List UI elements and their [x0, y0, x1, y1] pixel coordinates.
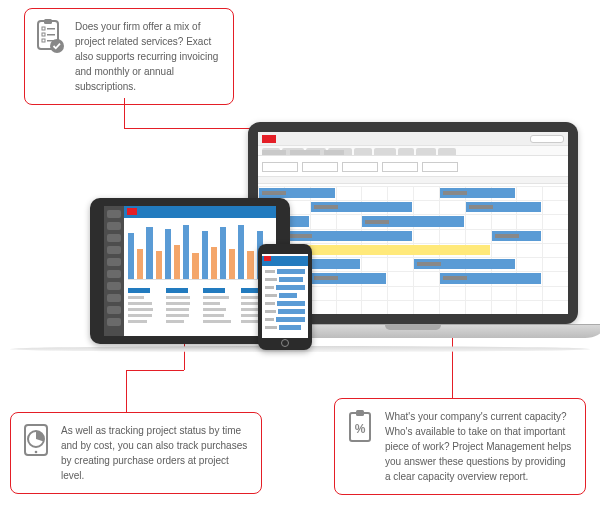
list-item-label [265, 278, 277, 281]
filter-input[interactable] [342, 162, 378, 172]
filter-input[interactable] [262, 162, 298, 172]
filter-input[interactable] [302, 162, 338, 172]
breadcrumb [262, 150, 344, 155]
sidebar-item[interactable] [107, 306, 121, 314]
callout-bottom-right: % What's your company's current capacity… [334, 398, 586, 495]
chart-bar [137, 249, 143, 279]
tablet-header [124, 206, 276, 218]
list-item [265, 309, 305, 314]
gantt-bar-label [417, 262, 441, 266]
table-column [203, 288, 235, 334]
list-item [265, 285, 305, 290]
list-item-bar [278, 309, 305, 314]
table-cell [128, 296, 144, 299]
table-cell [203, 320, 231, 323]
gantt-header [258, 176, 568, 184]
chart-bar [165, 229, 171, 279]
list-item-bar [277, 301, 305, 306]
brand-logo [264, 256, 271, 261]
breadcrumb-item[interactable] [324, 150, 344, 155]
gantt-bar-label [495, 234, 519, 238]
svg-rect-13 [356, 410, 364, 416]
search-input[interactable] [530, 135, 564, 143]
nav-tab[interactable] [398, 148, 414, 155]
breadcrumb-item[interactable] [290, 150, 320, 155]
sidebar-item[interactable] [107, 318, 121, 326]
svg-rect-3 [47, 28, 55, 30]
list-item-bar [279, 293, 297, 298]
phone-app-window [262, 254, 308, 338]
phone-bar-list [262, 266, 308, 333]
table-column-header [128, 288, 150, 293]
gantt-bar-label [314, 205, 338, 209]
callout-top: Does your firm offer a mix of project re… [24, 8, 234, 105]
table-cell [128, 314, 152, 317]
clipboard-percent-icon: % [345, 409, 375, 445]
svg-rect-1 [44, 19, 52, 24]
list-item-bar [276, 317, 305, 322]
gantt-bar-label [365, 220, 389, 224]
table-cell [166, 308, 189, 311]
callout-bottom-left-text: As well as tracking project status by ti… [61, 423, 249, 483]
sidebar-item[interactable] [107, 234, 121, 242]
table-cell [128, 308, 153, 311]
nav-tab[interactable] [354, 148, 372, 155]
svg-rect-5 [47, 34, 55, 36]
table-cell [128, 302, 152, 305]
bar-chart [128, 222, 272, 280]
list-item-bar [277, 269, 306, 274]
svg-point-10 [35, 451, 38, 454]
pointer-line [126, 370, 127, 412]
nav-tab[interactable] [374, 148, 396, 155]
table-cell [203, 296, 229, 299]
svg-rect-2 [42, 27, 45, 30]
table-cell [128, 320, 147, 323]
table-cell [166, 302, 191, 305]
list-item-bar [279, 277, 303, 282]
checklist-check-icon [35, 19, 65, 55]
chart-bar [238, 225, 244, 279]
tablet-sidebar [104, 206, 124, 336]
sidebar-item[interactable] [107, 294, 121, 302]
table-cell [166, 314, 190, 317]
pointer-line [126, 370, 184, 371]
nav-tab[interactable] [438, 148, 456, 155]
gantt-bar-label [469, 205, 493, 209]
tablet-app-window [104, 206, 276, 336]
callout-bottom-left: As well as tracking project status by ti… [10, 412, 262, 494]
list-item-bar [276, 285, 305, 290]
list-item-label [265, 294, 277, 297]
sidebar-item[interactable] [107, 210, 121, 218]
table-cell [166, 320, 184, 323]
list-item-label [265, 270, 275, 273]
filter-input[interactable] [382, 162, 418, 172]
home-button-icon [281, 339, 289, 347]
sidebar-item[interactable] [107, 222, 121, 230]
chart-bar [192, 253, 198, 279]
breadcrumb-item[interactable] [262, 150, 286, 155]
filter-input[interactable] [422, 162, 458, 172]
sidebar-item[interactable] [107, 282, 121, 290]
sidebar-item[interactable] [107, 270, 121, 278]
svg-text:%: % [355, 422, 366, 436]
list-item [265, 325, 305, 330]
table-column [166, 288, 198, 334]
list-item-label [265, 302, 275, 305]
list-item [265, 317, 305, 322]
table-cell [166, 296, 190, 299]
tablet-pie-icon [21, 423, 51, 459]
gantt-bar-label [443, 191, 467, 195]
nav-tab[interactable] [416, 148, 436, 155]
list-item-label [265, 318, 274, 321]
phone-header [262, 256, 308, 266]
chart-bar [183, 225, 189, 279]
data-table [128, 288, 272, 334]
list-item [265, 301, 305, 306]
list-item-bar [279, 325, 301, 330]
sidebar-item[interactable] [107, 246, 121, 254]
table-cell [241, 314, 260, 317]
sidebar-item[interactable] [107, 258, 121, 266]
brand-logo [262, 135, 276, 143]
filter-row [262, 162, 564, 174]
list-item-label [265, 286, 274, 289]
